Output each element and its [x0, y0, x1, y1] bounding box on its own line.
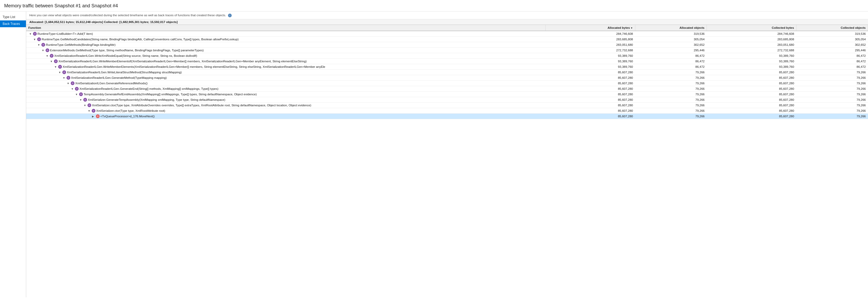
table-container: Function Allocated bytes Allocated objec…	[26, 25, 868, 297]
function-cell: ▼TempAssembly.GenerateRefEmitAssembly(Xm…	[26, 92, 546, 97]
table-row[interactable]: ▼XmlSerializer.ctor(Type type, XmlRootAt…	[26, 108, 868, 113]
expand-arrow-icon[interactable]: ▼	[58, 71, 62, 74]
function-cell: ▼XmlSerializer.GenerateTempAssembly(XmlM…	[26, 97, 546, 103]
info-bar: Here you can view what objects were crea…	[26, 11, 868, 20]
table-row[interactable]: ▼XmlSerializer.GenerateTempAssembly(XmlM…	[26, 97, 868, 103]
cell-alloc_objects: 79,266	[635, 75, 707, 80]
cell-alloc_bytes: 85,607,280	[546, 75, 635, 80]
cell-coll_objects: 79,266	[796, 97, 868, 103]
table-row[interactable]: ▶<TxQueueProcessor>d_176.MoveNext()85,60…	[26, 113, 868, 119]
table-row[interactable]: ▼XmlSerializationReaderILGen.WriteMember…	[26, 64, 868, 70]
expand-arrow-icon[interactable]: ▼	[71, 88, 74, 90]
cell-coll_bytes: 85,607,280	[707, 113, 797, 119]
cell-coll_objects: 319,536	[796, 31, 868, 37]
table-row[interactable]: ▼XmlSerializationILGen.GenerateReference…	[26, 80, 868, 86]
cell-alloc_bytes: 93,389,760	[546, 64, 635, 70]
expand-arrow-icon[interactable]: ▼	[37, 43, 41, 46]
table-row[interactable]: ▼ExtensionMethods.GetMethod(Type type, S…	[26, 48, 868, 53]
expand-arrow-icon[interactable]: ▼	[29, 32, 32, 35]
function-icon	[96, 114, 100, 118]
cell-coll_objects: 86,472	[796, 59, 868, 64]
function-cell: ▼XmlSerializationReaderILGen.GenerateEnd…	[26, 86, 546, 92]
expand-arrow-icon[interactable]: ▶	[92, 115, 95, 118]
cell-alloc_objects: 86,472	[635, 53, 707, 59]
cell-alloc_objects: 79,266	[635, 97, 707, 103]
cell-coll_objects: 79,266	[796, 113, 868, 119]
cell-alloc_bytes: 272,732,688	[546, 48, 635, 53]
cell-alloc_bytes: 93,389,760	[546, 53, 635, 59]
table-row[interactable]: ▼XmlSerializationReaderILGen.GenerateEnd…	[26, 86, 868, 92]
cell-alloc_bytes: 283,685,808	[546, 37, 635, 42]
cell-alloc_objects: 79,266	[635, 92, 707, 97]
expand-arrow-icon[interactable]: ▼	[42, 49, 45, 52]
cell-alloc_bytes: 283,051,680	[546, 42, 635, 48]
cell-coll_objects: 79,266	[796, 80, 868, 86]
col-header-coll-objects[interactable]: Collected objects	[796, 25, 868, 31]
cell-coll_bytes: 85,607,280	[707, 97, 797, 103]
cell-alloc_bytes: 85,607,280	[546, 113, 635, 119]
sidebar-item-type-list[interactable]: Type List	[0, 13, 26, 21]
col-header-function[interactable]: Function	[26, 25, 546, 31]
col-header-alloc-bytes[interactable]: Allocated bytes	[546, 25, 635, 31]
cell-alloc_bytes: 85,607,280	[546, 97, 635, 103]
table-row[interactable]: ▼XmlSerializationReaderILGen.WriteMember…	[26, 59, 868, 64]
table-row[interactable]: ▼TempAssembly.GenerateRefEmitAssembly(Xm…	[26, 92, 868, 97]
function-icon	[50, 54, 54, 58]
table-row[interactable]: ▼XmlSerializationReaderILGen.GenerateMet…	[26, 75, 868, 80]
function-name: XmlSerializationReaderILGen.WriteLiteral…	[67, 71, 182, 74]
function-name: XmlSerializer.ctor(Type type, XmlRootAtt…	[96, 109, 165, 112]
function-name: RuntimeType+ListBuilder<T>.Add(T item)	[37, 32, 93, 35]
function-icon	[88, 103, 91, 107]
table-row[interactable]: ▼XmlSerializationReaderILGen.WriteXmlNod…	[26, 53, 868, 59]
function-icon	[58, 65, 62, 69]
expand-arrow-icon[interactable]: ▼	[33, 38, 36, 41]
expand-arrow-icon[interactable]: ▼	[54, 65, 57, 68]
function-name: RuntimeType.GetMethodCandidates(String n…	[42, 38, 239, 41]
cell-coll_objects: 305,054	[796, 37, 868, 42]
function-icon	[62, 70, 66, 74]
expand-arrow-icon[interactable]: ▼	[67, 82, 70, 85]
sidebar-item-back-traces[interactable]: Back Traces	[0, 21, 26, 27]
function-cell: ▼XmlSerializationReaderILGen.GenerateMet…	[26, 75, 546, 80]
col-header-alloc-objects[interactable]: Allocated objects	[635, 25, 707, 31]
table-row[interactable]: ▼RuntimeType.GetMethods(BindingFlags bin…	[26, 42, 868, 48]
expand-arrow-icon[interactable]: ▼	[63, 76, 66, 79]
cell-coll_bytes: 283,051,680	[707, 42, 797, 48]
function-name: XmlSerializationReaderILGen.GenerateEnd(…	[80, 87, 218, 90]
cell-alloc_objects: 295,446	[635, 48, 707, 53]
cell-coll_bytes: 85,607,280	[707, 103, 797, 108]
expand-arrow-icon[interactable]: ▼	[80, 98, 83, 101]
table-row[interactable]: ▼XmlSerializationReaderILGen.WriteLitera…	[26, 70, 868, 75]
table-row[interactable]: ▼RuntimeType.GetMethodCandidates(String …	[26, 37, 868, 42]
function-icon	[71, 81, 74, 85]
cell-coll_bytes: 85,607,280	[707, 92, 797, 97]
function-cell: ▶<TxQueueProcessor>d_176.MoveNext()	[26, 113, 546, 119]
cell-alloc_objects: 319,536	[635, 31, 707, 37]
cell-coll_objects: 302,652	[796, 42, 868, 48]
function-cell: ▼XmlSerializer.ctor(Type type, XmlRootAt…	[26, 108, 546, 113]
expand-arrow-icon[interactable]: ▼	[46, 55, 49, 57]
cell-alloc_bytes: 85,607,280	[546, 108, 635, 113]
page-title: Memory traffic between Snapshot #1 and S…	[0, 0, 868, 11]
expand-arrow-icon[interactable]: ▼	[84, 104, 87, 107]
cell-alloc_objects: 79,266	[635, 70, 707, 75]
table-row[interactable]: ▼RuntimeType+ListBuilder<T>.Add(T item)2…	[26, 31, 868, 37]
info-icon[interactable]: i	[228, 13, 232, 17]
expand-arrow-icon[interactable]: ▼	[88, 109, 91, 112]
alloc-summary: Allocated: [1,684,052,511 bytes; 15,612,…	[26, 20, 868, 25]
col-header-coll-bytes[interactable]: Collected bytes	[707, 25, 797, 31]
cell-coll_bytes: 85,607,280	[707, 80, 797, 86]
cell-coll_bytes: 283,685,808	[707, 37, 797, 42]
expand-arrow-icon[interactable]: ▼	[50, 60, 53, 63]
cell-coll_objects: 79,266	[796, 92, 868, 97]
cell-coll_bytes: 85,607,280	[707, 75, 797, 80]
cell-coll_objects: 79,266	[796, 75, 868, 80]
cell-coll_objects: 79,266	[796, 70, 868, 75]
cell-alloc_objects: 305,054	[635, 37, 707, 42]
function-name: RuntimeType.GetMethods(BindingFlags bind…	[46, 43, 116, 46]
function-name: TempAssembly.GenerateRefEmitAssembly(Xml…	[84, 93, 256, 96]
expand-arrow-icon[interactable]: ▼	[75, 93, 79, 96]
table-row[interactable]: ▼XmlSerializer.ctor(Type type, XmlAttrib…	[26, 103, 868, 108]
cell-alloc_bytes: 284,746,608	[546, 31, 635, 37]
function-name: XmlSerializationILGen.GenerateReferenced…	[75, 82, 148, 85]
